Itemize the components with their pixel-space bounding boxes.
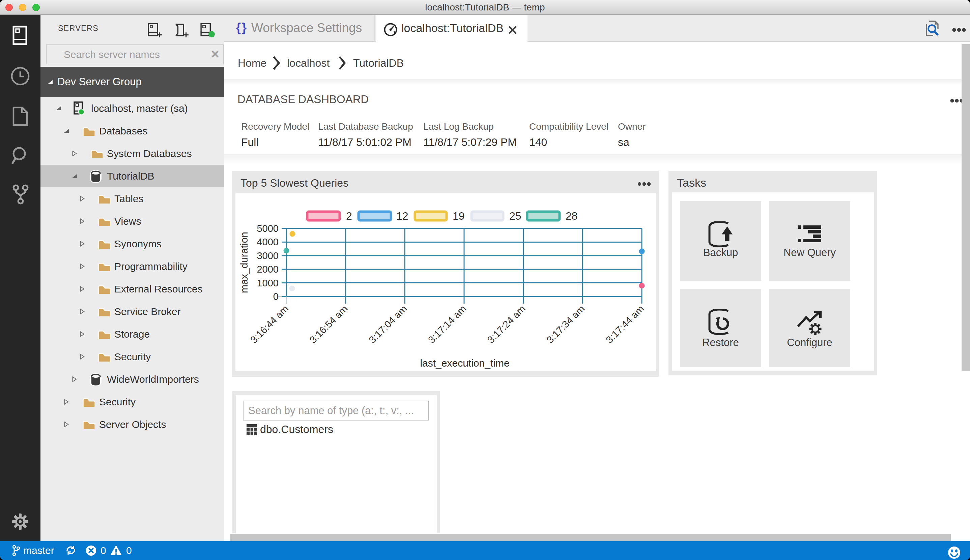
svg-text:3:16:54 am: 3:16:54 am xyxy=(308,303,350,345)
svg-text:19: 19 xyxy=(453,210,465,222)
svg-text:last_execution_time: last_execution_time xyxy=(420,357,509,368)
svg-text:2000: 2000 xyxy=(257,264,279,275)
svg-text:25: 25 xyxy=(509,210,522,222)
svg-text:5000: 5000 xyxy=(257,223,279,234)
svg-text:max_duration: max_duration xyxy=(238,232,249,293)
svg-text:3:17:04 am: 3:17:04 am xyxy=(366,303,409,345)
svg-text:3:16:44 am: 3:16:44 am xyxy=(248,303,290,345)
svg-text:3:17:24 am: 3:17:24 am xyxy=(485,303,527,345)
svg-text:12: 12 xyxy=(396,210,408,222)
svg-text:2: 2 xyxy=(346,210,352,222)
svg-text:0: 0 xyxy=(273,291,279,302)
svg-text:3000: 3000 xyxy=(257,250,279,261)
svg-text:3:17:44 am: 3:17:44 am xyxy=(604,303,646,345)
svg-text:3:17:14 am: 3:17:14 am xyxy=(426,303,468,345)
svg-text:28: 28 xyxy=(565,210,578,222)
svg-text:4000: 4000 xyxy=(257,237,279,247)
svg-text:3:17:34 am: 3:17:34 am xyxy=(544,303,587,345)
svg-text:1000: 1000 xyxy=(257,278,279,288)
